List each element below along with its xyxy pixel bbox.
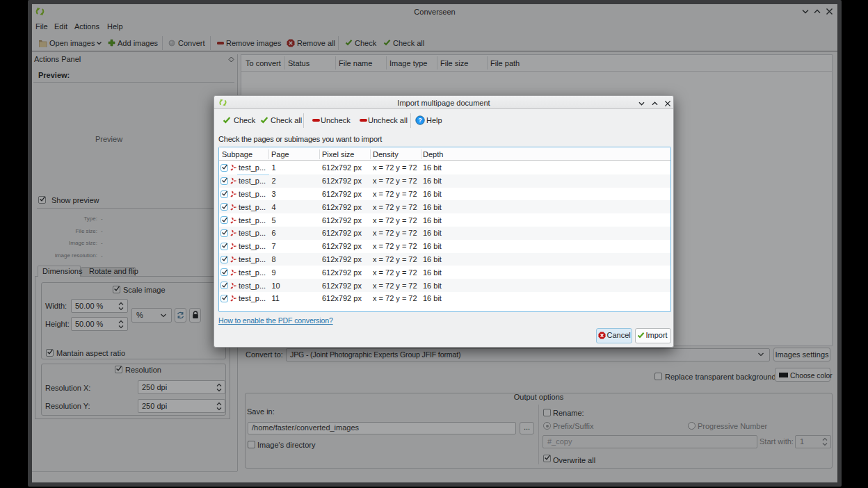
svg-text:?: ?	[418, 117, 422, 124]
